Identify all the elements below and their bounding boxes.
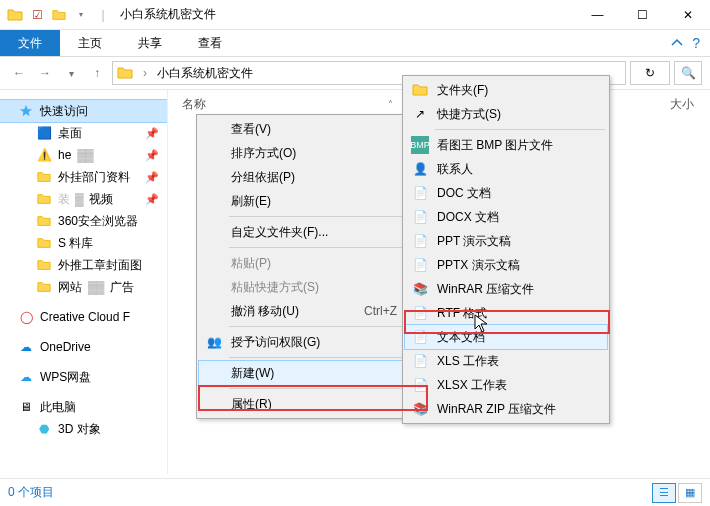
icons-view-button[interactable]: ▦	[678, 483, 702, 503]
status-bar: 0 个项目 ☰ ▦	[0, 478, 710, 506]
nav-item[interactable]: ⚠️he▓▓📌	[0, 144, 167, 166]
pptx-icon: 📄	[411, 256, 429, 274]
new-contact[interactable]: 👤联系人	[405, 157, 607, 181]
folder-icon	[6, 6, 24, 24]
new-bmp[interactable]: BMP看图王 BMP 图片文件	[405, 133, 607, 157]
breadcrumb-separator: ›	[143, 66, 147, 80]
new-zip[interactable]: 📚WinRAR ZIP 压缩文件	[405, 397, 607, 421]
nav-pane: 快速访问 🟦桌面📌 ⚠️he▓▓📌 外挂部门资料📌 装▓视频📌 360安全浏览器…	[0, 90, 168, 474]
expand-ribbon-icon[interactable]	[670, 36, 684, 50]
select-icon[interactable]: ☑	[28, 6, 46, 24]
new-rtf[interactable]: 📄RTF 格式	[405, 301, 607, 325]
history-dropdown[interactable]: ▾	[60, 62, 82, 84]
titlebar: ☑ ▾ | 小白系统机密文件 — ☐ ✕	[0, 0, 710, 30]
back-button[interactable]: ←	[8, 62, 30, 84]
sort-indicator: ˄	[388, 99, 393, 110]
nav-3d-objects[interactable]: ⬣3D 对象	[0, 418, 167, 440]
svg-marker-0	[20, 105, 32, 116]
close-button[interactable]: ✕	[665, 0, 710, 30]
folder-icon	[117, 65, 133, 81]
zip-icon: 📚	[411, 400, 429, 418]
new-shortcut[interactable]: ↗快捷方式(S)	[405, 102, 607, 126]
minimize-button[interactable]: —	[575, 0, 620, 30]
nav-item[interactable]: 外推工章封面图	[0, 254, 167, 276]
ribbon: 文件 主页 共享 查看 ?	[0, 30, 710, 56]
menu-properties[interactable]: 属性(R)	[199, 392, 423, 416]
refresh-button[interactable]: ↻	[630, 61, 670, 85]
doc-icon: 📄	[411, 184, 429, 202]
tab-file[interactable]: 文件	[0, 30, 60, 56]
forward-button[interactable]: →	[34, 62, 56, 84]
txt-icon: 📄	[411, 328, 429, 346]
menu-customize[interactable]: 自定义文件夹(F)...	[199, 220, 423, 244]
share-icon: 👥	[205, 333, 223, 351]
nav-item[interactable]: 360安全浏览器	[0, 210, 167, 232]
new-xlsx[interactable]: 📄XLSX 工作表	[405, 373, 607, 397]
up-button[interactable]: ↑	[86, 62, 108, 84]
maximize-button[interactable]: ☐	[620, 0, 665, 30]
tab-view[interactable]: 查看	[180, 30, 240, 56]
menu-refresh[interactable]: 刷新(E)	[199, 189, 423, 213]
new-folder[interactable]: 文件夹(F)	[405, 78, 607, 102]
tab-share[interactable]: 共享	[120, 30, 180, 56]
col-size[interactable]: 大小	[670, 96, 710, 113]
new-txt[interactable]: 📄文本文档	[405, 325, 607, 349]
dropdown-icon[interactable]: ▾	[72, 6, 90, 24]
docx-icon: 📄	[411, 208, 429, 226]
xlsx-icon: 📄	[411, 376, 429, 394]
window-title: 小白系统机密文件	[120, 6, 216, 23]
context-menu: 查看(V)▶ 排序方式(O)▶ 分组依据(P)▶ 刷新(E) 自定义文件夹(F)…	[196, 114, 426, 419]
nav-quick-access[interactable]: 快速访问	[0, 100, 167, 122]
menu-paste-shortcut: 粘贴快捷方式(S)	[199, 275, 423, 299]
nav-onedrive[interactable]: ☁OneDrive	[0, 336, 167, 358]
menu-grant-access[interactable]: 👥授予访问权限(G)▶	[199, 330, 423, 354]
menu-view[interactable]: 查看(V)▶	[199, 117, 423, 141]
pin-icon: 📌	[145, 127, 159, 140]
new-submenu: 文件夹(F) ↗快捷方式(S) BMP看图王 BMP 图片文件 👤联系人 📄DO…	[402, 75, 610, 424]
tab-home[interactable]: 主页	[60, 30, 120, 56]
folder-icon[interactable]	[50, 6, 68, 24]
rar-icon: 📚	[411, 280, 429, 298]
new-docx[interactable]: 📄DOCX 文档	[405, 205, 607, 229]
col-name[interactable]: 名称	[182, 96, 206, 113]
menu-sort[interactable]: 排序方式(O)▶	[199, 141, 423, 165]
nav-item[interactable]: S 料库	[0, 232, 167, 254]
menu-new[interactable]: 新建(W)▶	[199, 361, 423, 385]
nav-wps[interactable]: ☁WPS网盘	[0, 366, 167, 388]
xls-icon: 📄	[411, 352, 429, 370]
bmp-icon: BMP	[411, 136, 429, 154]
new-rar[interactable]: 📚WinRAR 压缩文件	[405, 277, 607, 301]
new-xls[interactable]: 📄XLS 工作表	[405, 349, 607, 373]
search-button[interactable]: 🔍	[674, 61, 702, 85]
ppt-icon: 📄	[411, 232, 429, 250]
nav-desktop[interactable]: 🟦桌面📌	[0, 122, 167, 144]
nav-item[interactable]: 外挂部门资料📌	[0, 166, 167, 188]
rtf-icon: 📄	[411, 304, 429, 322]
menu-undo[interactable]: 撤消 移动(U)Ctrl+Z	[199, 299, 423, 323]
help-icon[interactable]: ?	[692, 35, 700, 51]
divider: |	[94, 6, 112, 24]
menu-group[interactable]: 分组依据(P)▶	[199, 165, 423, 189]
shortcut-icon: ↗	[411, 105, 429, 123]
nav-this-pc[interactable]: 🖥此电脑	[0, 396, 167, 418]
details-view-button[interactable]: ☰	[652, 483, 676, 503]
breadcrumb-current[interactable]: 小白系统机密文件	[157, 65, 253, 82]
menu-paste: 粘贴(P)	[199, 251, 423, 275]
item-count: 0 个项目	[8, 484, 54, 501]
nav-creative-cloud[interactable]: ◯Creative Cloud F	[0, 306, 167, 328]
new-ppt[interactable]: 📄PPT 演示文稿	[405, 229, 607, 253]
new-doc[interactable]: 📄DOC 文档	[405, 181, 607, 205]
new-pptx[interactable]: 📄PPTX 演示文稿	[405, 253, 607, 277]
contact-icon: 👤	[411, 160, 429, 178]
nav-item[interactable]: 网站▓▓广告	[0, 276, 167, 298]
folder-icon	[411, 81, 429, 99]
nav-item[interactable]: 装▓视频📌	[0, 188, 167, 210]
